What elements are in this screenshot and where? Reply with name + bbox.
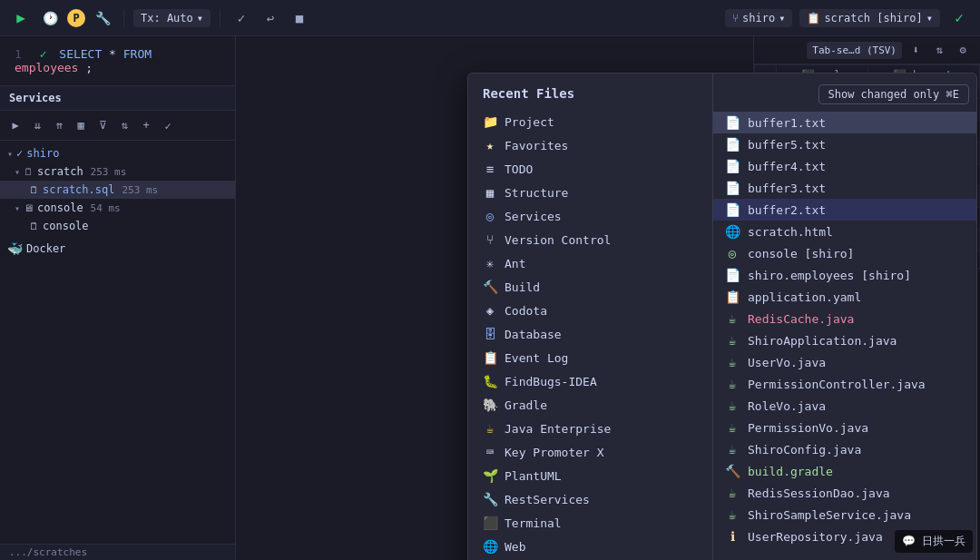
tree-item-shiro[interactable]: ▾ ✓ shiro [0, 144, 235, 162]
popup-item-services[interactable]: ◎ Services [468, 204, 712, 228]
scratch-sql-time: 253 ms [122, 184, 158, 196]
icon-key-promoter: ⌨ [483, 445, 497, 459]
name-shiro-app: ShiroApplication.java [748, 334, 965, 348]
tree-item-scratch[interactable]: ▾ 🗒 scratch 253 ms [0, 162, 235, 181]
popup-item-ant[interactable]: ✳ Ant [468, 251, 712, 275]
file-item-console-shiro[interactable]: ◎ console [shiro] [713, 242, 976, 264]
popup-item-findbugs[interactable]: 🐛 FindBugs-IDEA [468, 369, 712, 393]
svc-collapse-all-btn[interactable]: ⇈ [49, 115, 69, 135]
icon-console-shiro: ◎ [724, 246, 740, 260]
file-item-build-gradle[interactable]: 🔨 build.gradle [713, 460, 976, 482]
tx-label: Tx: Auto [141, 12, 193, 25]
file-item-redis-session[interactable]: ☕ RedisSessionDao.java [713, 482, 976, 504]
file-item-user-vo[interactable]: ☕ UserVo.java [713, 351, 976, 373]
file-item-shiro-sample[interactable]: ☕ ShiroSampleService.java [713, 504, 976, 526]
recent-files-popup: Recent Files 📁 Project ★ Favorites ≡ TOD… [467, 73, 977, 560]
popup-item-database[interactable]: 🗄 Database [468, 322, 712, 346]
branch-chevron: ▾ [779, 12, 785, 25]
popup-item-gradle[interactable]: 🐘 Gradle [468, 393, 712, 417]
svc-add-btn[interactable]: + [136, 115, 156, 135]
tree-item-scratch-sql[interactable]: 🗒 scratch.sql 253 ms [0, 181, 235, 199]
popup-item-version-control[interactable]: ⑂ Version Control [468, 228, 712, 251]
label-build: Build [505, 280, 540, 294]
file-item-buffer2[interactable]: 📄 buffer2.txt [713, 199, 976, 221]
name-application-yaml: application.yaml [748, 290, 965, 304]
file-item-shiro-app[interactable]: ☕ ShiroApplication.java [713, 329, 976, 351]
popup-item-plantuml[interactable]: 🌱 PlantUML [468, 464, 712, 487]
tree-item-console[interactable]: ▾ 🖥 console 54 ms [0, 199, 235, 217]
tree-item-docker[interactable]: 🐳 Docker [0, 239, 235, 259]
icon-database: 🗄 [483, 327, 497, 341]
popup-item-favorites[interactable]: ★ Favorites [468, 133, 712, 157]
svc-filter-btn[interactable]: ⊽ [93, 115, 113, 135]
popup-item-project[interactable]: 📁 Project [468, 110, 712, 133]
name-permission-ctrl: PermissionController.java [748, 378, 965, 391]
file-item-buffer3[interactable]: 📄 buffer3.txt [713, 177, 976, 199]
run-button[interactable]: ▶ [9, 6, 33, 30]
popup-item-key-promoter[interactable]: ⌨ Key Promoter X [468, 440, 712, 464]
file-item-scratch-html[interactable]: 🌐 scratch.html [713, 221, 976, 242]
svc-check-btn[interactable]: ✓ [158, 116, 178, 136]
file-item-buffer5[interactable]: 📄 buffer5.txt [713, 133, 976, 155]
p-button[interactable]: P [67, 9, 85, 27]
name-redis-session: RedisSessionDao.java [748, 486, 965, 500]
icon-buffer4: 📄 [724, 159, 740, 173]
popup-item-terminal[interactable]: ⬛ Terminal [468, 511, 712, 535]
file-item-role-vo[interactable]: ☕ RoleVo.java [713, 395, 976, 417]
tx-auto-selector[interactable]: Tx: Auto ▾ [133, 9, 211, 27]
label-event-log: Event Log [505, 351, 568, 365]
svc-expand-all-btn[interactable]: ⇊ [27, 115, 47, 135]
label-shiro: shiro [26, 147, 59, 160]
label-terminal: Terminal [505, 516, 562, 530]
stop-button[interactable]: ■ [288, 6, 311, 30]
main-area: 1 ✓ SELECT * FROM employees ; Services ▶… [0, 36, 980, 560]
file-item-shiro-config[interactable]: ☕ ShiroConfig.java [713, 438, 976, 460]
icon-permission-vo: ☕ [724, 420, 740, 435]
watermark: 💬 日拱一兵 [895, 530, 973, 553]
show-changed-button[interactable]: Show changed only ⌘E [818, 84, 970, 104]
icon-favorites: ★ [483, 138, 497, 152]
label-key-promoter: Key Promoter X [505, 446, 604, 459]
label-gradle: Gradle [505, 398, 547, 412]
popup-item-rest-services[interactable]: 🔧 RestServices [468, 487, 712, 511]
icon-gradle: 🐘 [483, 398, 497, 412]
popup-item-codota[interactable]: ◈ Codota [468, 299, 712, 322]
file-item-buffer1[interactable]: 📄 buffer1.txt [713, 112, 976, 133]
tab-tsv-selector[interactable]: Tab-se…d (TSV) [807, 42, 902, 59]
file-item-application-yaml[interactable]: 📋 application.yaml [713, 286, 976, 308]
file-item-buffer4[interactable]: 📄 buffer4.txt [713, 155, 976, 177]
undo-button[interactable]: ↩ [259, 6, 282, 30]
popup-item-event-log[interactable]: 📋 Event Log [468, 346, 712, 369]
file-item-permission-vo[interactable]: ☕ PermissionVo.java [713, 417, 976, 438]
branch-selector[interactable]: ⑂ shiro ▾ [725, 9, 792, 27]
name-buffer2: buffer2.txt [748, 203, 965, 217]
tree-item-console-leaf[interactable]: 🗒 console [0, 217, 235, 235]
check-button[interactable]: ✓ [230, 6, 253, 30]
scratch-selector[interactable]: 📋 scratch [shiro] ▾ [799, 9, 940, 27]
icon-rest-services: 🔧 [483, 492, 497, 506]
popup-item-web[interactable]: 🌐 Web [468, 535, 712, 558]
label-java-enterprise: Java Enterprise [505, 422, 611, 436]
label-plantuml: PlantUML [505, 469, 562, 483]
svc-sort-btn[interactable]: ⇅ [114, 115, 134, 135]
popup-item-todo[interactable]: ≡ TODO [468, 157, 712, 181]
svc-play-btn[interactable]: ▶ [5, 115, 25, 135]
popup-item-structure[interactable]: ▦ Structure [468, 181, 712, 204]
wrench-button[interactable]: 🔧 [91, 6, 114, 30]
time-button[interactable]: 🕐 [38, 6, 62, 30]
file-item-permission-ctrl[interactable]: ☕ PermissionController.java [713, 373, 976, 395]
file-item-redis-cache[interactable]: ☕ RedisCache.java [713, 308, 976, 329]
label-scratch: scratch [37, 165, 83, 178]
svc-grid-btn[interactable]: ▦ [71, 115, 91, 135]
popup-item-java-enterprise[interactable]: ☕ Java Enterprise [468, 417, 712, 440]
toolbar-right: ⑂ shiro ▾ 📋 scratch [shiro] ▾ ✓ [725, 6, 971, 30]
sort-btn[interactable]: ⇅ [929, 40, 949, 60]
file-item-shiro-employees[interactable]: 📄 shiro.employees [shiro] [713, 264, 976, 286]
settings-btn-right[interactable]: ⚙ [953, 40, 973, 60]
breadcrumb: .../scratches [0, 544, 235, 560]
icon-buffer3: 📄 [724, 181, 740, 195]
editor-area: Recent Files 📁 Project ★ Favorites ≡ TOD… [236, 36, 753, 560]
download-btn[interactable]: ⬇ [906, 40, 926, 60]
popup-item-build[interactable]: 🔨 Build [468, 275, 712, 299]
label-services: Services [505, 210, 562, 223]
